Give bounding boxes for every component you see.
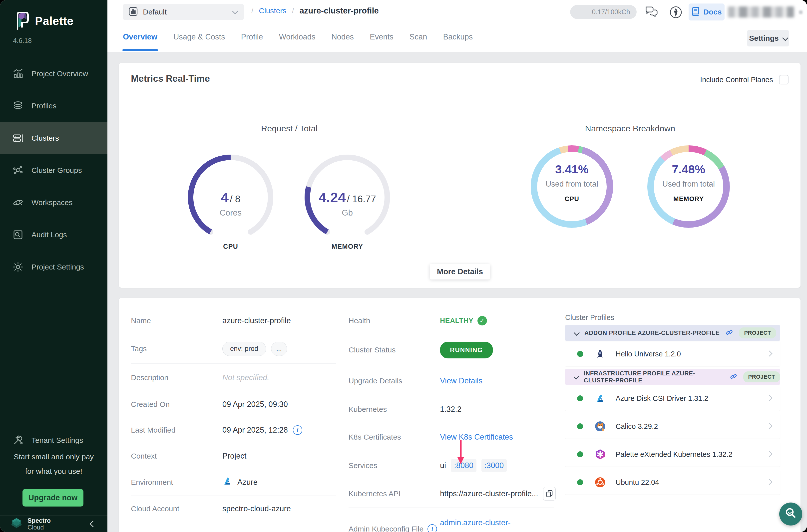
last-modified-value: 09 Apr 2025, 12:28	[222, 425, 288, 435]
sidebar-item-label: Workspaces	[32, 198, 73, 207]
sidebar-item-profiles[interactable]: Profiles	[0, 90, 108, 122]
service-port-3000-link[interactable]: :3000	[482, 459, 507, 472]
cpu-unit: Cores	[183, 208, 278, 217]
footer-brand-bottom: Cloud	[27, 524, 44, 531]
link-icon[interactable]	[726, 329, 733, 337]
memory-donut-subtitle: Used from total	[637, 179, 740, 189]
sidebar-item-label: Clusters	[32, 134, 59, 142]
more-details-button[interactable]: More Details	[430, 264, 490, 280]
kubeconfig-file-link[interactable]: admin.azure-cluster-profile.kubeconfig	[440, 516, 545, 532]
search-fab[interactable]	[779, 502, 802, 526]
breadcrumb-sep: /	[251, 6, 254, 15]
kubernetes-version: 1.32.2	[440, 405, 462, 414]
tab-workloads[interactable]: Workloads	[279, 33, 316, 51]
tab-overview[interactable]: Overview	[123, 33, 157, 51]
status-dot	[577, 395, 583, 401]
chevron-right-icon	[767, 396, 771, 401]
profile-row-ubuntu[interactable]: Ubuntu 22.04	[565, 470, 780, 495]
request-total-title: Request / Total	[119, 124, 460, 133]
info-icon[interactable]: i	[428, 524, 437, 532]
cluster-profiles-title: Cluster Profiles	[565, 314, 614, 322]
sidebar-item-audit-logs[interactable]: Audit Logs	[0, 218, 108, 251]
breadcrumb-current: azure-cluster-profile	[300, 6, 379, 16]
kubernetes-api-url: https://azure-cluster-profile...	[440, 489, 538, 498]
detail-row-kubeconfig: Admin Kubeconfig File i admin.azure-clus…	[349, 508, 554, 532]
link-icon[interactable]	[730, 373, 737, 381]
chevron-down-icon	[574, 374, 579, 379]
infra-profile-title: INFRASTRUCTURE PROFILE AZURE-CLUSTER-PRO…	[584, 370, 724, 384]
search-smile-icon	[784, 507, 798, 521]
details-middle-column: Health HEALTHY ✓ Cluster Status RUNNING …	[349, 308, 554, 532]
copy-icon[interactable]	[543, 487, 556, 500]
collapse-sidebar-icon[interactable]	[91, 521, 95, 527]
sidebar-item-clusters[interactable]: Clusters	[0, 122, 108, 154]
tag-env-prod[interactable]: env: prod	[222, 342, 266, 356]
sidebar-item-project-overview[interactable]: Project Overview	[0, 57, 108, 90]
project-badge: PROJECT	[739, 327, 776, 338]
sidebar-item-label: Project Settings	[32, 263, 84, 271]
detail-row-architecture: Architecture AMD64	[131, 522, 336, 532]
cpu-used-value: 4	[221, 190, 229, 205]
status-dot	[577, 351, 583, 357]
detail-row-context: Context Project	[131, 443, 336, 469]
detail-row-tags: Tags env: prod ...	[131, 334, 336, 364]
infra-profile-header[interactable]: INFRASTRUCTURE PROFILE AZURE-CLUSTER-PRO…	[565, 369, 780, 385]
status-dot	[577, 423, 583, 429]
tab-events[interactable]: Events	[370, 33, 394, 51]
docs-button[interactable]: Docs	[689, 3, 725, 20]
view-k8s-certificates-link[interactable]: View K8s Certificates	[440, 433, 513, 442]
detail-row-name: Name azure-cluster-profile	[131, 308, 336, 334]
tab-profile[interactable]: Profile	[241, 33, 263, 51]
view-details-link[interactable]: View Details	[440, 376, 483, 385]
sidebar-item-cluster-groups[interactable]: Cluster Groups	[0, 154, 108, 186]
environment-value: Azure	[237, 478, 258, 487]
status-dot	[577, 451, 583, 457]
book-icon	[691, 6, 700, 18]
user-name-redacted[interactable]	[728, 6, 794, 18]
memory-donut-caption: MEMORY	[637, 195, 740, 203]
sidebar-footer: Spectro Cloud	[0, 515, 108, 532]
tab-scan[interactable]: Scan	[410, 33, 427, 51]
project-selector-icon	[128, 7, 138, 17]
chevron-down-icon	[574, 330, 580, 336]
sidebar-item-label: Profiles	[32, 102, 56, 110]
compass-icon[interactable]	[669, 5, 682, 20]
breadcrumb: / Clusters / azure-cluster-profile	[251, 6, 379, 16]
cpu-namespace-donut: 3.41% Used from total CPU	[531, 145, 613, 228]
profile-row-pxk[interactable]: Palette eXtended Kubernetes 1.32.2	[565, 442, 780, 467]
feedback-chat-icon[interactable]	[644, 5, 659, 20]
sidebar-item-workspaces[interactable]: Workspaces	[0, 186, 108, 218]
footer-brand: Spectro Cloud	[27, 517, 51, 531]
settings-button[interactable]: Settings	[747, 30, 789, 46]
detail-row-services: Services ui :8080 :3000	[349, 451, 554, 480]
status-dot	[577, 479, 583, 485]
chevron-down-icon	[232, 10, 237, 15]
include-control-planes: Include Control Planes	[700, 75, 789, 84]
memory-caption: MEMORY	[300, 243, 395, 250]
info-icon[interactable]: i	[293, 425, 302, 435]
memory-used-value: 4.24	[319, 190, 346, 205]
tab-backups[interactable]: Backups	[443, 33, 473, 51]
orbit-icon	[12, 197, 24, 208]
sidebar-item-label: Tenant Settings	[32, 436, 83, 444]
detail-row-api: Kubernetes API https://azure-cluster-pro…	[349, 480, 554, 508]
project-selector[interactable]: Default	[123, 4, 244, 20]
memory-gauge: 4.24 / 16.77 Gb MEMORY	[300, 150, 395, 245]
sidebar-item-label: Audit Logs	[32, 230, 67, 239]
profile-row-azure-csi[interactable]: Azure Disk CSI Driver 1.31.2	[565, 386, 780, 411]
tab-nodes[interactable]: Nodes	[331, 33, 354, 51]
include-control-planes-checkbox[interactable]	[779, 75, 789, 84]
tools-icon	[12, 435, 24, 446]
sidebar-item-project-settings[interactable]: Project Settings	[0, 251, 108, 283]
include-control-planes-label: Include Control Planes	[700, 76, 773, 84]
tag-more[interactable]: ...	[271, 342, 287, 356]
detail-row-cloud-account: Cloud Account spectro-cloud-azure	[131, 496, 336, 522]
tab-usage-costs[interactable]: Usage & Costs	[173, 33, 225, 51]
profile-row-calico[interactable]: Calico 3.29.2	[565, 414, 780, 439]
upgrade-now-button[interactable]: Upgrade now	[22, 489, 83, 507]
addon-profile-header[interactable]: ADDON PROFILE AZURE-CLUSTER-PROFILE PROJ…	[565, 325, 780, 341]
chevron-right-icon	[767, 352, 771, 357]
cpu-caption: CPU	[183, 243, 278, 250]
profile-row-hello-universe[interactable]: Hello Universe 1.2.0	[565, 342, 780, 366]
breadcrumb-clusters-link[interactable]: Clusters	[259, 6, 286, 15]
